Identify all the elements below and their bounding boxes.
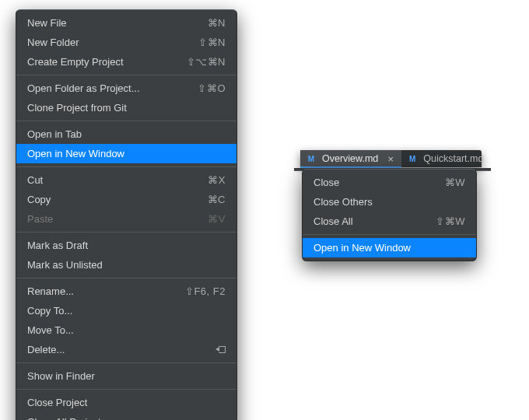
tab-quickstart[interactable]: M Quickstart.md [401,150,489,167]
backspace-icon [216,344,226,355]
menu-item-label: Close [314,177,426,188]
menu-item-clone-from-git[interactable]: Clone Project from Git [16,98,236,117]
menu-item-label: New Folder [27,37,180,48]
menu-item-label: Open Folder as Project... [27,82,179,94]
menu-separator [16,389,236,390]
menu-item-move-to[interactable]: Move To... [16,320,236,340]
menu-separator [16,278,236,278]
menu-item-label: Clone Project from Git [27,102,226,114]
menu-item-label: Cut [27,174,189,186]
menu-item-shortcut: ⌘N [208,17,226,29]
menu-item-mark-as-unlisted[interactable]: Mark as Unlisted [16,255,236,275]
menu-item-label: New File [27,17,189,29]
menu-item-label: Copy [27,194,189,205]
markdown-file-icon: M [406,152,419,165]
menu-item-label: Close All Projects [27,416,226,420]
menu-item-rename[interactable]: Rename... ⇧F6, F2 [16,282,236,301]
menu-item-mark-as-draft[interactable]: Mark as Draft [16,236,236,255]
menu-item-shortcut: ⇧⌘O [198,82,226,94]
menu-item-label: Close Others [314,196,465,208]
menu-item-label: Open in Tab [27,128,226,140]
menu-item-open-in-new-window[interactable]: Open in New Window [16,144,236,163]
menu-item-close-all-projects[interactable]: Close All Projects [16,412,236,420]
menu-item-create-empty-project[interactable]: Create Empty Project ⇧⌥⌘N [16,52,236,72]
menu-item-new-folder[interactable]: New Folder ⇧⌘N [16,33,236,52]
menu-separator [303,234,476,235]
menu-item-label: Copy To... [27,305,226,317]
menu-separator [16,232,236,233]
menu-item-label: Paste [27,213,189,225]
menu-item-delete[interactable]: Delete... [16,340,236,359]
menu-item-shortcut: ⇧⌘N [198,37,226,48]
tab-label: Overview.md [322,153,378,164]
markdown-file-icon: M [305,152,317,165]
project-context-menu: New File ⌘N New Folder ⇧⌘N Create Empty … [16,9,237,420]
menu-item-label: Close Project [27,397,226,408]
menu-item-new-file[interactable]: New File ⌘N [16,13,236,33]
menu-item-label: Delete... [27,344,198,355]
menu-item-label: Mark as Draft [27,240,226,251]
menu-item-close-project[interactable]: Close Project [16,393,236,412]
menu-item-label: Close All [314,215,417,227]
menu-separator [16,75,236,75]
menu-item-shortcut: ⌘W [445,177,465,188]
menu-item-shortcut: ⌘V [208,213,226,225]
menu-item-close[interactable]: Close ⌘W [303,173,476,192]
menu-item-close-others[interactable]: Close Others [303,192,476,212]
menu-item-shortcut: ⌘X [208,174,226,186]
menu-item-show-in-finder[interactable]: Show in Finder [16,366,236,386]
menu-item-shortcut: ⇧⌥⌘N [187,56,226,68]
menu-item-shortcut: ⇧⌘W [436,215,465,227]
tab-overview[interactable]: M Overview.md × [300,150,401,167]
menu-separator [16,121,236,121]
menu-item-label: Rename... [27,285,166,297]
menu-item-label: Open in New Window [314,242,465,254]
menu-item-shortcut: ⌘C [208,194,226,205]
menu-item-label: Mark as Unlisted [27,259,226,271]
menu-item-label: Move To... [27,324,226,336]
menu-item-close-all[interactable]: Close All ⇧⌘W [303,212,476,231]
editor-tabstrip: M Overview.md × M Quickstart.md [300,150,482,167]
menu-item-copy[interactable]: Copy ⌘C [16,190,236,209]
menu-item-paste: Paste ⌘V [16,209,236,229]
close-icon[interactable]: × [386,154,395,163]
menu-item-label: Open in New Window [27,148,226,159]
menu-item-label: Show in Finder [27,370,226,382]
menu-item-copy-to[interactable]: Copy To... [16,301,236,320]
tab-label: Quickstart.md [423,153,483,164]
menu-item-cut[interactable]: Cut ⌘X [16,170,236,190]
menu-item-open-folder-as-project[interactable]: Open Folder as Project... ⇧⌘O [16,79,236,98]
menu-item-label: Create Empty Project [27,56,168,68]
menu-item-shortcut: ⇧F6, F2 [185,285,226,297]
menu-item-open-in-tab[interactable]: Open in Tab [16,124,236,144]
menu-item-open-in-new-window[interactable]: Open in New Window [303,238,476,257]
tab-context-menu: Close ⌘W Close Others Close All ⇧⌘W Open… [302,169,477,261]
menu-separator [16,166,236,167]
menu-separator [16,362,236,363]
